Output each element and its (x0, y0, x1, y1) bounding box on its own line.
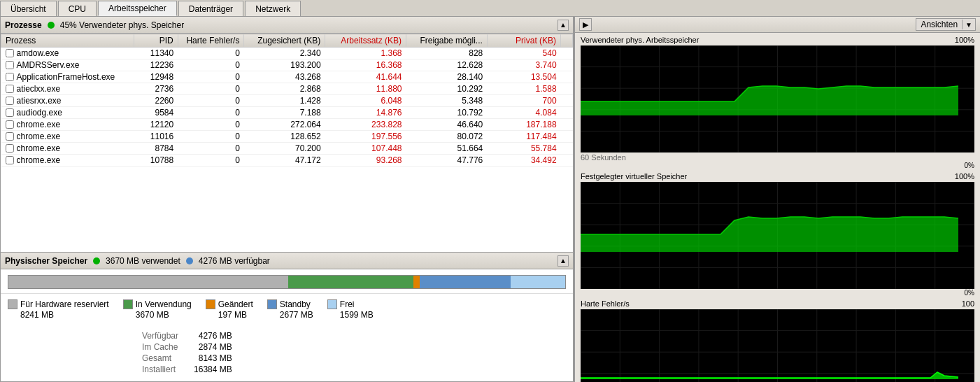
table-row[interactable]: amdow.exe 11340 0 2.340 1.368 828 540 (1, 48, 573, 59)
chart-canvas-phys_memory (581, 45, 974, 153)
process-shareable: 51.664 (406, 143, 488, 155)
legend-label-text: In Verwendung (136, 299, 192, 309)
chart-svg-hard_faults (581, 309, 974, 382)
process-hard-faults: 0 (178, 95, 244, 107)
process-commit: 2.868 (244, 83, 325, 95)
process-commit: 43.268 (244, 71, 325, 83)
process-shareable: 828 (406, 48, 488, 59)
legend-label-text: Frei (340, 299, 355, 309)
ansichten-button[interactable]: Ansichten ▼ (916, 18, 976, 31)
process-checkbox[interactable] (6, 156, 14, 164)
chart-bottom-pct-virtual_memory: 0% (581, 289, 974, 297)
process-table: Prozess PID Harte Fehler/s Zugesichert (… (1, 34, 573, 167)
processes-collapse-btn[interactable]: ▲ (558, 20, 569, 31)
table-row[interactable]: atieclxx.exe 2736 0 2.868 11.880 10.292 … (1, 83, 573, 95)
process-working-set: 107.448 (325, 143, 406, 155)
col-shareable[interactable]: Freigabe mögli... (406, 34, 488, 48)
legend-item: In Verwendung 3670 MB (123, 299, 192, 320)
process-checkbox[interactable] (6, 49, 14, 57)
process-name: ApplicationFrameHost.exe (17, 72, 115, 82)
memory-bar-container (1, 269, 573, 294)
svg-marker-35 (581, 217, 958, 252)
col-pid[interactable]: PID (134, 34, 178, 48)
legend-value: 3670 MB (123, 310, 169, 320)
process-working-set: 6.048 (325, 95, 406, 107)
process-shareable: 10.292 (406, 83, 488, 95)
process-shareable: 10.792 (406, 107, 488, 119)
process-pid: 9584 (134, 107, 178, 119)
process-working-set: 197.556 (325, 131, 406, 143)
detail-value: 16384 MB (194, 365, 232, 374)
tab-netzwerk[interactable]: Netzwerk (245, 1, 301, 16)
legend-item: Frei 1599 MB (327, 299, 374, 320)
chart-title-hard_faults: Harte Fehler/s (581, 299, 630, 308)
process-private: 4.084 (487, 107, 560, 119)
table-row[interactable]: ApplicationFrameHost.exe 12948 0 43.268 … (1, 71, 573, 83)
process-private: 3.740 (487, 59, 560, 71)
table-row[interactable]: chrome.exe 11016 0 128.652 197.556 80.07… (1, 131, 573, 143)
tab-uebersicht[interactable]: Übersicht (0, 1, 57, 16)
process-pid: 2260 (134, 95, 178, 107)
tab-cpu[interactable]: CPU (58, 1, 97, 16)
table-row[interactable]: chrome.exe 12120 0 272.064 233.828 46.64… (1, 119, 573, 131)
process-hard-faults: 0 (178, 59, 244, 71)
tab-bar: Übersicht CPU Arbeitsspeicher Datenträge… (0, 0, 980, 17)
svg-marker-17 (581, 86, 958, 115)
col-working-set[interactable]: Arbeitssatz (KB) (325, 34, 406, 48)
process-name: audiodg.exe (17, 108, 62, 118)
process-pid: 12120 (134, 119, 178, 131)
table-row[interactable]: chrome.exe 8784 0 70.200 107.448 51.664 … (1, 143, 573, 155)
process-commit: 128.652 (244, 131, 325, 143)
physical-available-label: 4276 MB verfügbar (199, 256, 270, 266)
table-row[interactable]: audiodg.exe 9584 0 7.188 14.876 10.792 4… (1, 107, 573, 119)
physical-header: Physischer Speicher 3670 MB verwendet 42… (1, 253, 573, 269)
legend-label-text: Geändert (218, 299, 253, 309)
table-row[interactable]: atiesrxx.exe 2260 0 1.428 6.048 5.348 70… (1, 95, 573, 107)
process-name: chrome.exe (17, 155, 61, 165)
process-working-set: 16.368 (325, 59, 406, 71)
detail-row: Gesamt 8143 MB (142, 353, 232, 363)
process-checkbox[interactable] (6, 73, 14, 81)
legend-value: 1599 MB (327, 310, 374, 320)
table-row[interactable]: AMDRSServ.exe 12236 0 193.200 16.368 12.… (1, 59, 573, 71)
main-layout: Prozesse 45% Verwendeter phys. Speicher … (0, 17, 980, 382)
detail-key: Im Cache (142, 342, 192, 352)
process-commit: 47.172 (244, 155, 325, 167)
process-checkbox[interactable] (6, 97, 14, 105)
detail-key: Verfügbar (142, 331, 192, 341)
legend-label-text: Für Hardware reserviert (20, 299, 109, 309)
process-private: 34.492 (487, 155, 560, 167)
col-commit[interactable]: Zugesichert (KB) (244, 34, 325, 48)
process-checkbox[interactable] (6, 144, 14, 153)
process-shareable: 47.776 (406, 155, 488, 167)
process-commit: 7.188 (244, 107, 325, 119)
process-checkbox[interactable] (6, 132, 14, 141)
legend-label-text: Standby (280, 299, 311, 309)
physical-collapse-btn[interactable]: ▲ (558, 255, 569, 267)
process-checkbox[interactable] (6, 120, 14, 129)
process-hard-faults: 0 (178, 131, 244, 143)
detail-key: Gesamt (142, 353, 192, 363)
process-checkbox[interactable] (6, 108, 14, 117)
process-checkbox[interactable] (6, 85, 14, 93)
right-toolbar-expand-btn[interactable]: ▶ (579, 18, 592, 31)
col-private[interactable]: Privat (KB) (487, 34, 560, 48)
chart-top-pct-hard_faults: 100 (962, 299, 974, 308)
tab-arbeitsspeicher[interactable]: Arbeitsspeicher (98, 1, 177, 16)
col-hard-faults[interactable]: Harte Fehler/s (178, 34, 244, 48)
memory-bar-segment-hardware_reserved (8, 276, 288, 288)
process-private: 700 (487, 95, 560, 107)
process-working-set: 233.828 (325, 119, 406, 131)
process-table-scroll[interactable]: Prozess PID Harte Fehler/s Zugesichert (… (1, 34, 573, 167)
process-hard-faults: 0 (178, 107, 244, 119)
col-prozess[interactable]: Prozess (1, 34, 134, 48)
chart-block-phys_memory: Verwendeter phys. Arbeitsspeicher 100% 6… (581, 36, 974, 169)
process-shareable: 46.640 (406, 119, 488, 131)
tab-datentraeger[interactable]: Datenträger (178, 1, 243, 16)
right-toolbar: ▶ Ansichten ▼ (575, 17, 980, 33)
table-row[interactable]: chrome.exe 10788 0 47.172 93.268 47.776 … (1, 155, 573, 167)
process-checkbox[interactable] (6, 61, 14, 69)
process-name: chrome.exe (17, 120, 61, 129)
legend-color-box (327, 299, 337, 309)
process-shareable: 28.140 (406, 71, 488, 83)
